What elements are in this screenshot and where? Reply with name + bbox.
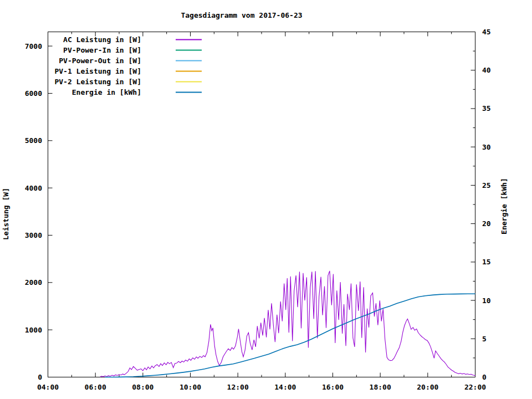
y-right-tick-label: 40: [482, 66, 491, 74]
tagesdiagramm-chart: Tagesdiagramm vom 2017-06-23 Leistung [W…: [0, 0, 532, 399]
series-ac-leistung: [100, 271, 475, 377]
x-tick-label: 06:00: [85, 383, 106, 391]
y-right-tick-label: 15: [482, 258, 491, 266]
x-tick-label: 20:00: [417, 383, 438, 391]
x-tick-label: 12:00: [227, 383, 249, 391]
x-tick-label: 18:00: [370, 383, 391, 391]
y-right-tick-label: 30: [482, 143, 491, 151]
y-right-tick-label: 5: [482, 335, 487, 343]
y-right-axis-title: Energie [kWh]: [500, 178, 508, 234]
legend-label-ac-leistung: AC Leistung in [W]: [63, 35, 141, 44]
legend-label-pv-2-leistung: PV-2 Leistung in [W]: [54, 78, 141, 86]
x-tick-label: 22:00: [464, 383, 486, 391]
x-tick-label: 14:00: [274, 383, 296, 391]
legend-label-pv-1-leistung: PV-1 Leistung in [W]: [54, 67, 141, 75]
plot-area: 04:0006:0008:0010:0012:0014:0016:0018:00…: [25, 28, 491, 391]
x-tick-label: 16:00: [322, 383, 344, 391]
y-left-axis-title: Leistung [W]: [2, 188, 10, 240]
y-right-tick-label: 0: [482, 373, 487, 381]
y-right-tick-label: 35: [482, 104, 491, 112]
x-tick-label: 10:00: [180, 383, 201, 391]
x-tick-label: 08:00: [132, 383, 154, 391]
legend-label-pv-power-in: PV-Power-In in [W]: [63, 46, 141, 54]
y-left-tick-label: 4000: [25, 184, 42, 192]
y-left-tick-label: 0: [38, 373, 42, 381]
x-tick-label: 04:00: [37, 383, 59, 391]
legend-label-energie: Energie in [kWh]: [72, 88, 141, 96]
y-right-tick-label: 10: [482, 296, 491, 305]
y-right-tick-label: 20: [482, 219, 491, 228]
y-left-tick-label: 6000: [25, 89, 42, 98]
y-left-tick-label: 3000: [25, 231, 42, 239]
y-left-tick-label: 7000: [25, 42, 42, 50]
y-left-tick-label: 2000: [25, 278, 42, 287]
y-right-tick-label: 45: [482, 28, 491, 36]
y-left-tick-label: 5000: [25, 136, 42, 145]
legend-label-pv-power-out: PV-Power-Out in [W]: [59, 57, 141, 65]
chart-title: Tagesdiagramm vom 2017-06-23: [181, 11, 302, 19]
y-right-tick-label: 25: [482, 181, 491, 190]
y-left-tick-label: 1000: [25, 326, 42, 334]
